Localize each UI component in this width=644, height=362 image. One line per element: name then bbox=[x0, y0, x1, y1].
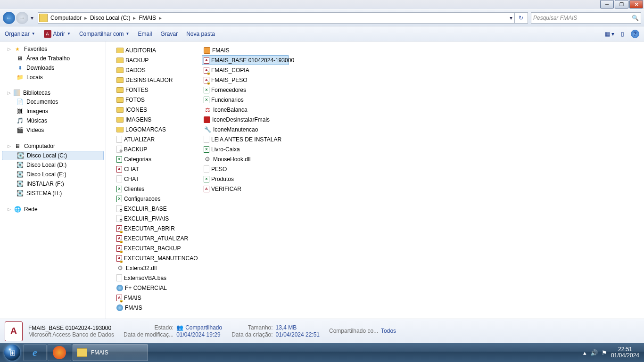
file-item[interactable]: IconeManutencao bbox=[202, 124, 289, 134]
open-button[interactable]: AAbrir▼ bbox=[44, 30, 71, 38]
breadcrumb-computer[interactable]: Computador bbox=[50, 15, 83, 21]
file-item[interactable]: EXCLUIR_FMAIS bbox=[115, 214, 202, 223]
file-item[interactable]: CHAT bbox=[115, 174, 202, 184]
file-item-selected[interactable]: FMAIS_BASE 01042024-193000 bbox=[202, 55, 289, 65]
file-item[interactable]: AUDITORIA bbox=[115, 45, 202, 55]
file-item[interactable]: BACKUP bbox=[115, 144, 202, 154]
tree-libraries[interactable]: ▷Bibliotecas bbox=[0, 89, 106, 97]
tree-disk-c[interactable]: Disco Local (C:) bbox=[2, 151, 104, 160]
file-item[interactable]: FMAIS bbox=[115, 303, 202, 313]
file-item[interactable]: DESINSTALADOR bbox=[115, 75, 202, 85]
file-item[interactable]: EXECUTAR_ABRIR bbox=[115, 223, 202, 233]
file-item[interactable]: DADOS bbox=[115, 65, 202, 75]
file-item[interactable]: F+ COMERCIAL bbox=[115, 283, 202, 293]
file-item[interactable]: VERIFICAR bbox=[202, 184, 289, 194]
address-bar[interactable]: Computador ▸ Disco Local (C:) ▸ FMAIS ▸ … bbox=[38, 12, 528, 24]
tree-pictures[interactable]: Imagens bbox=[0, 107, 106, 116]
file-item[interactable]: EXECUTAR_ATUALIZAR bbox=[115, 233, 202, 243]
file-item[interactable]: FMAIS_COPIA bbox=[202, 65, 289, 75]
tree-disk-h[interactable]: SISTEMA (H:) bbox=[0, 189, 106, 198]
file-item[interactable]: FMAIS bbox=[202, 45, 289, 55]
refresh-button[interactable]: ↻ bbox=[514, 12, 527, 24]
file-item[interactable]: BACKUP bbox=[115, 55, 202, 65]
preview-pane-button[interactable]: ▯ bbox=[621, 31, 624, 37]
tray-show-hidden-icon[interactable]: ▴ bbox=[583, 349, 586, 356]
tree-downloads[interactable]: Downloads bbox=[0, 63, 106, 73]
excel-file-icon bbox=[204, 97, 209, 103]
file-item[interactable]: Funcionarios bbox=[202, 95, 289, 105]
file-item[interactable]: Categorias bbox=[115, 154, 202, 164]
start-button[interactable]: ⊞ bbox=[2, 344, 23, 361]
file-item[interactable]: FOTOS bbox=[115, 95, 202, 105]
tree-places[interactable]: Locais bbox=[0, 73, 106, 82]
tree-computer[interactable]: ▷Computador bbox=[0, 141, 106, 151]
file-item[interactable]: PESO bbox=[202, 164, 289, 174]
file-item[interactable]: ExtensoVBA.bas bbox=[115, 273, 202, 283]
excel-file-icon bbox=[116, 186, 122, 192]
folder-icon bbox=[116, 127, 124, 132]
chevron-right-icon[interactable]: ▸ bbox=[131, 15, 138, 21]
nav-history-dropdown[interactable]: ▾ bbox=[29, 15, 35, 21]
excel-file-icon bbox=[204, 176, 209, 182]
file-item[interactable]: IconeBalanca bbox=[202, 105, 289, 115]
tree-disk-e[interactable]: Disco Local (E:) bbox=[0, 170, 106, 179]
file-item[interactable]: LOGOMARCAS bbox=[115, 124, 202, 134]
file-item[interactable]: ICONES bbox=[115, 105, 202, 115]
nav-back-button[interactable]: ← bbox=[3, 12, 15, 24]
new-folder-button[interactable]: Nova pasta bbox=[186, 31, 215, 37]
breadcrumb-fmais[interactable]: FMAIS bbox=[138, 15, 157, 21]
window-close-button[interactable]: ✕ bbox=[629, 0, 643, 8]
taskbar-ie[interactable] bbox=[23, 344, 47, 361]
text-file-icon bbox=[204, 165, 209, 173]
file-item[interactable]: LEIA ANTES DE INSTALAR bbox=[202, 134, 289, 144]
network-icon bbox=[14, 206, 21, 213]
file-item[interactable]: IconeDesinstalarFmais bbox=[202, 115, 289, 124]
file-item[interactable]: ATUALIZAR bbox=[115, 134, 202, 144]
chevron-right-icon[interactable]: ▸ bbox=[83, 15, 89, 21]
file-item[interactable]: MouseHook.dll bbox=[202, 154, 289, 164]
file-item[interactable]: Extens32.dll bbox=[115, 263, 202, 273]
breadcrumb-diskc[interactable]: Disco Local (C:) bbox=[89, 15, 131, 21]
tree-favorites[interactable]: ▷★Favoritos bbox=[0, 44, 106, 54]
text-file-icon bbox=[204, 136, 209, 143]
tree-disk-d[interactable]: Disco Local (D:) bbox=[0, 160, 106, 170]
taskbar-firefox[interactable] bbox=[48, 344, 71, 361]
file-item[interactable]: FMAIS_PESO bbox=[202, 75, 289, 85]
file-item[interactable]: Produtos bbox=[202, 174, 289, 184]
file-item[interactable]: CHAT bbox=[115, 164, 202, 174]
file-item[interactable]: EXECUTAR_BACKUP bbox=[115, 243, 202, 253]
window-minimize-button[interactable]: ─ bbox=[600, 0, 614, 8]
tree-desktop[interactable]: Área de Trabalho bbox=[0, 54, 106, 63]
file-item[interactable]: Configuracoes bbox=[115, 194, 202, 204]
window-maximize-button[interactable]: ❐ bbox=[615, 0, 628, 8]
file-item[interactable]: FONTES bbox=[115, 85, 202, 95]
search-input[interactable]: Pesquisar FMAIS 🔍 bbox=[531, 12, 641, 24]
tree-documents[interactable]: Documentos bbox=[0, 97, 106, 107]
file-item[interactable]: Livro-Caixa bbox=[202, 144, 289, 154]
file-item[interactable]: FMAIS bbox=[115, 293, 202, 303]
tree-disk-f[interactable]: INSTALAR (F:) bbox=[0, 179, 106, 189]
file-item[interactable]: EXECUTAR_MANUTENCAO bbox=[115, 253, 202, 263]
view-options-button[interactable]: ▦ ▾ bbox=[605, 31, 614, 37]
taskbar-task-explorer[interactable]: FMAIS bbox=[73, 344, 148, 361]
tray-flag-icon[interactable]: ⚑ bbox=[602, 349, 607, 356]
nav-forward-button[interactable]: → bbox=[16, 12, 28, 24]
chevron-right-icon[interactable]: ▸ bbox=[157, 15, 164, 21]
tree-network[interactable]: ▷Rede bbox=[0, 205, 106, 214]
tree-music[interactable]: Músicas bbox=[0, 116, 106, 125]
burn-button[interactable]: Gravar bbox=[161, 31, 178, 37]
tray-volume-icon[interactable]: 🔊 bbox=[590, 349, 598, 356]
tree-videos[interactable]: Vídeos bbox=[0, 125, 106, 135]
uninstall-icon bbox=[204, 116, 210, 123]
file-list[interactable]: AUDITORIA BACKUP DADOS DESINSTALADOR FON… bbox=[106, 41, 644, 319]
file-item[interactable]: IMAGENS bbox=[115, 115, 202, 124]
file-item[interactable]: Clientes bbox=[115, 184, 202, 194]
file-item[interactable]: EXCLUIR_BASE bbox=[115, 204, 202, 214]
organize-button[interactable]: Organizar▼ bbox=[5, 31, 35, 37]
email-button[interactable]: Email bbox=[138, 31, 152, 37]
file-item[interactable]: Fornecedores bbox=[202, 85, 289, 95]
share-with-button[interactable]: Compartilhar com▼ bbox=[79, 31, 130, 37]
help-button[interactable]: ? bbox=[631, 30, 639, 38]
address-dropdown-icon[interactable]: ▾ bbox=[508, 15, 514, 21]
taskbar-clock[interactable]: 22:51 01/04/2024 bbox=[611, 346, 639, 359]
